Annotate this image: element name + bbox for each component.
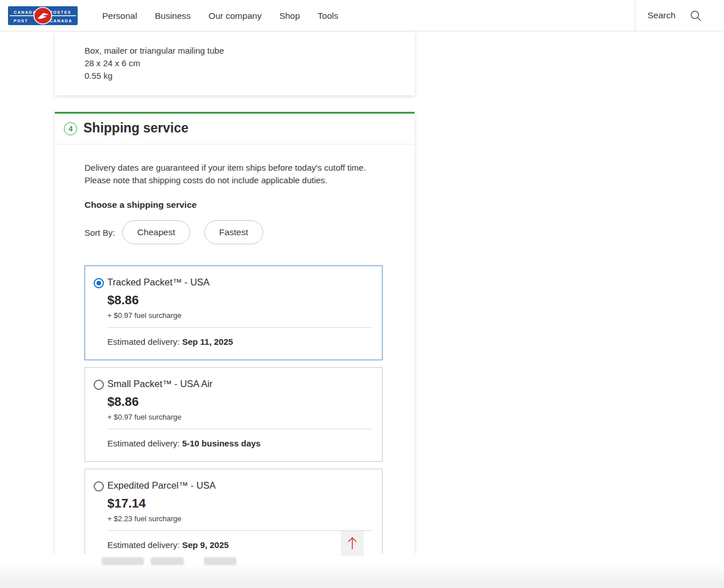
service-option-small-packet-usa-air[interactable]: Small Packet™ - USA Air $8.86 + $0.97 fu…: [85, 367, 383, 462]
estimated-delivery: Estimated delivery: 5-10 business days: [107, 438, 372, 448]
up-arrow-icon: [344, 534, 360, 553]
shipping-service-section: 4 Shipping service Delivery dates are gu…: [55, 112, 415, 555]
sort-by-label: Sort By:: [85, 228, 115, 237]
top-navigation-bar: CANADA POST POSTES CANADA Personal Busin…: [0, 0, 724, 31]
service-name: Tracked Packet™ - USA: [107, 277, 372, 288]
fuel-surcharge: + $2.23 fuel surcharge: [107, 514, 372, 523]
svg-text:POST: POST: [14, 19, 28, 23]
estimated-delivery: Estimated delivery: Sep 9, 2025: [107, 540, 372, 550]
card-divider: [107, 327, 372, 328]
package-dimensions: 28 x 24 x 6 cm: [85, 57, 392, 70]
svg-text:CANADA: CANADA: [14, 10, 37, 14]
nav-item-tools[interactable]: Tools: [317, 11, 338, 21]
fuel-surcharge: + $0.97 fuel surcharge: [107, 311, 372, 320]
step-number-badge: 4: [64, 122, 77, 135]
shipping-service-header: 4 Shipping service: [55, 114, 415, 144]
service-option-tracked-packet-usa[interactable]: Tracked Packet™ - USA $8.86 + $0.97 fuel…: [85, 265, 383, 360]
service-name: Expedited Parcel™ - USA: [107, 480, 372, 491]
service-name: Small Packet™ - USA Air: [107, 378, 372, 389]
nav-item-our-company[interactable]: Our company: [208, 11, 262, 21]
card-divider: [107, 530, 372, 531]
card-divider: [107, 429, 372, 429]
nav-item-personal[interactable]: Personal: [102, 11, 137, 21]
page: CANADA POST POSTES CANADA Personal Busin…: [0, 0, 724, 588]
estimated-delivery-value: 5-10 business days: [182, 438, 261, 448]
nav-item-business[interactable]: Business: [155, 11, 191, 21]
estimated-delivery-label: Estimated delivery:: [107, 540, 180, 550]
estimated-delivery-value: Sep 11, 2025: [182, 337, 233, 347]
estimated-delivery-value: Sep 9, 2025: [182, 540, 229, 550]
bottom-gray-bar: [0, 564, 724, 588]
sort-fastest-button[interactable]: Fastest: [204, 220, 263, 244]
canada-post-logo[interactable]: CANADA POST POSTES CANADA: [8, 6, 78, 25]
radio-button[interactable]: [94, 278, 104, 288]
delivery-guarantee-note: Delivery dates are guaranteed if your it…: [85, 162, 383, 186]
choose-service-heading: Choose a shipping service: [85, 200, 383, 210]
shipping-service-body: Delivery dates are guaranteed if your it…: [55, 144, 415, 578]
main-nav: Personal Business Our company Shop Tools: [102, 0, 339, 31]
fuel-surcharge: + $0.97 fuel surcharge: [107, 413, 372, 421]
section-title: Shipping service: [83, 120, 188, 136]
service-price: $17.14: [107, 496, 372, 511]
svg-text:CANADA: CANADA: [50, 19, 73, 23]
svg-text:POSTES: POSTES: [50, 10, 71, 14]
estimated-delivery-label: Estimated delivery:: [107, 438, 180, 448]
search-icon[interactable]: [689, 9, 703, 23]
service-price: $8.86: [107, 293, 372, 308]
radio-button[interactable]: [94, 380, 104, 390]
sort-controls: Sort By: Cheapest Fastest: [85, 220, 383, 244]
radio-button[interactable]: [94, 481, 104, 492]
package-summary-card: Box, mailer or triangular mailing tube 2…: [55, 32, 415, 95]
back-to-top-button[interactable]: [341, 531, 364, 556]
service-price: $8.86: [107, 394, 372, 409]
estimated-delivery: Estimated delivery: Sep 11, 2025: [107, 337, 372, 347]
package-weight: 0.55 kg: [85, 70, 392, 82]
header-divider: [635, 0, 635, 31]
sort-cheapest-button[interactable]: Cheapest: [122, 220, 190, 244]
search-link[interactable]: Search: [647, 10, 675, 21]
service-options-list: Tracked Packet™ - USA $8.86 + $0.97 fuel…: [85, 265, 383, 578]
package-type: Box, mailer or triangular mailing tube: [85, 45, 392, 57]
nav-item-shop[interactable]: Shop: [279, 11, 300, 21]
canada-post-logo-icon: CANADA POST POSTES CANADA: [8, 6, 78, 25]
estimated-delivery-label: Estimated delivery:: [107, 337, 180, 347]
